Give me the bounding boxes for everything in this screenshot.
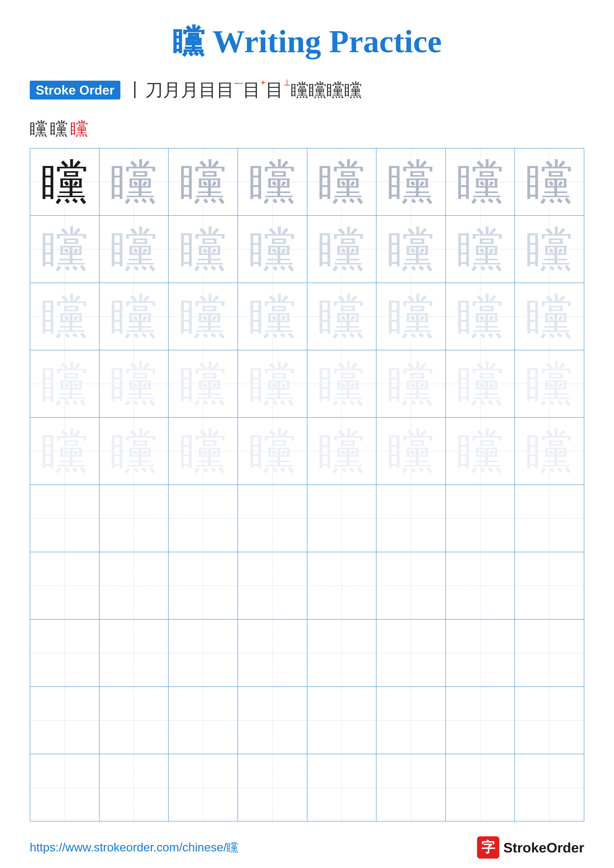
grid-cell-4-8[interactable]: 矘 xyxy=(515,350,584,417)
grid-cell-9-8[interactable] xyxy=(515,687,584,754)
stroke-order-section: Stroke Order 丨 刀 月 月 目 目— 目+ 目⊥ 矘 矘 矘 矘 xyxy=(30,78,584,102)
grid-cell-10-1[interactable] xyxy=(30,754,99,821)
so-char-2: 刀 xyxy=(145,78,163,102)
grid-cell-3-1[interactable]: 矘 xyxy=(30,283,99,350)
grid-cell-4-4[interactable]: 矘 xyxy=(238,350,307,417)
grid-cell-6-2[interactable] xyxy=(99,485,169,552)
grid-cell-6-5[interactable] xyxy=(307,485,377,552)
grid-cell-9-7[interactable] xyxy=(446,687,515,754)
grid-cell-6-1[interactable] xyxy=(30,485,99,552)
grid-cell-7-6[interactable] xyxy=(376,552,446,619)
grid-cell-3-2[interactable]: 矘 xyxy=(99,283,169,350)
grid-cell-10-8[interactable] xyxy=(515,754,584,821)
grid-cell-8-6[interactable] xyxy=(376,620,446,687)
grid-cell-9-5[interactable] xyxy=(307,687,377,754)
grid-cell-4-1[interactable]: 矘 xyxy=(30,350,99,417)
grid-cell-2-4[interactable]: 矘 xyxy=(238,216,307,282)
so-item-11: 矘 xyxy=(326,78,344,102)
grid-cell-8-5[interactable] xyxy=(307,620,377,687)
char-3-8: 矘 xyxy=(526,293,573,340)
grid-cell-7-8[interactable] xyxy=(515,552,584,619)
grid-cell-6-4[interactable] xyxy=(238,485,307,552)
grid-cell-1-3[interactable]: 矘 xyxy=(169,149,238,215)
grid-cell-7-1[interactable] xyxy=(30,552,99,619)
grid-cell-3-7[interactable]: 矘 xyxy=(446,283,515,350)
grid-cell-3-5[interactable]: 矘 xyxy=(307,283,377,350)
char-2-7: 矘 xyxy=(457,226,504,273)
grid-cell-10-2[interactable] xyxy=(99,754,169,821)
grid-cell-9-2[interactable] xyxy=(99,687,169,754)
grid-row-5: 矘 矘 矘 矘 矘 矘 矘 矘 xyxy=(30,418,584,485)
so-char-3: 月 xyxy=(163,78,181,102)
grid-cell-1-5[interactable]: 矘 xyxy=(307,149,377,215)
grid-row-4: 矘 矘 矘 矘 矘 矘 矘 矘 xyxy=(30,350,584,418)
grid-cell-7-2[interactable] xyxy=(99,552,169,619)
grid-cell-10-6[interactable] xyxy=(376,754,446,821)
grid-cell-5-5[interactable]: 矘 xyxy=(307,418,377,485)
grid-cell-6-6[interactable] xyxy=(376,485,446,552)
char-2-4: 矘 xyxy=(249,226,296,273)
char-2-5: 矘 xyxy=(318,226,365,273)
grid-cell-1-8[interactable]: 矘 xyxy=(515,149,584,215)
grid-cell-8-1[interactable] xyxy=(30,620,99,687)
grid-row-6 xyxy=(30,485,584,552)
grid-cell-1-7[interactable]: 矘 xyxy=(446,149,515,215)
char-3-3: 矘 xyxy=(180,293,227,340)
grid-cell-2-2[interactable]: 矘 xyxy=(99,216,169,282)
grid-cell-4-2[interactable]: 矘 xyxy=(99,350,169,417)
char-5-7: 矘 xyxy=(457,428,504,474)
grid-cell-1-1[interactable]: 矘 xyxy=(30,149,99,215)
char-4-3: 矘 xyxy=(180,360,227,407)
grid-cell-8-3[interactable] xyxy=(169,620,238,687)
char-4-7: 矘 xyxy=(457,360,504,407)
char-4-8: 矘 xyxy=(526,360,573,407)
grid-cell-3-8[interactable]: 矘 xyxy=(515,283,584,350)
grid-cell-10-5[interactable] xyxy=(307,754,377,821)
grid-cell-2-8[interactable]: 矘 xyxy=(515,216,584,282)
grid-cell-7-4[interactable] xyxy=(238,552,307,619)
grid-cell-4-3[interactable]: 矘 xyxy=(169,350,238,417)
grid-cell-2-5[interactable]: 矘 xyxy=(307,216,377,282)
grid-cell-3-4[interactable]: 矘 xyxy=(238,283,307,350)
grid-cell-5-6[interactable]: 矘 xyxy=(376,418,446,485)
grid-cell-6-3[interactable] xyxy=(169,485,238,552)
grid-cell-2-6[interactable]: 矘 xyxy=(376,216,446,282)
grid-cell-1-6[interactable]: 矘 xyxy=(376,149,446,215)
grid-cell-2-7[interactable]: 矘 xyxy=(446,216,515,282)
footer-url[interactable]: https://www.strokeorder.com/chinese/矘 xyxy=(30,840,238,856)
grid-cell-9-4[interactable] xyxy=(238,687,307,754)
grid-cell-5-8[interactable]: 矘 xyxy=(515,418,584,485)
grid-cell-8-7[interactable] xyxy=(446,620,515,687)
grid-cell-1-4[interactable]: 矘 xyxy=(238,149,307,215)
grid-cell-5-7[interactable]: 矘 xyxy=(446,418,515,485)
grid-cell-7-5[interactable] xyxy=(307,552,377,619)
so-item-12: 矘 xyxy=(344,78,362,102)
grid-cell-10-4[interactable] xyxy=(238,754,307,821)
grid-cell-6-8[interactable] xyxy=(515,485,584,552)
grid-cell-5-2[interactable]: 矘 xyxy=(99,418,169,485)
grid-cell-2-1[interactable]: 矘 xyxy=(30,216,99,282)
grid-cell-10-3[interactable] xyxy=(169,754,238,821)
grid-cell-9-3[interactable] xyxy=(169,687,238,754)
grid-cell-9-1[interactable] xyxy=(30,687,99,754)
grid-cell-8-2[interactable] xyxy=(99,620,169,687)
grid-cell-7-3[interactable] xyxy=(169,552,238,619)
grid-cell-5-4[interactable]: 矘 xyxy=(238,418,307,485)
grid-cell-9-6[interactable] xyxy=(376,687,446,754)
grid-cell-4-5[interactable]: 矘 xyxy=(307,350,377,417)
grid-cell-10-7[interactable] xyxy=(446,754,515,821)
grid-cell-6-7[interactable] xyxy=(446,485,515,552)
grid-cell-7-7[interactable] xyxy=(446,552,515,619)
grid-cell-5-1[interactable]: 矘 xyxy=(30,418,99,485)
grid-cell-3-3[interactable]: 矘 xyxy=(169,283,238,350)
so-item-10: 矘 xyxy=(309,78,326,102)
grid-cell-1-2[interactable]: 矘 xyxy=(99,149,169,215)
grid-cell-2-3[interactable]: 矘 xyxy=(169,216,238,282)
grid-cell-5-3[interactable]: 矘 xyxy=(169,418,238,485)
grid-cell-4-6[interactable]: 矘 xyxy=(376,350,446,417)
grid-cell-8-8[interactable] xyxy=(515,620,584,687)
grid-cell-8-4[interactable] xyxy=(238,620,307,687)
grid-cell-4-7[interactable]: 矘 xyxy=(446,350,515,417)
grid-cell-3-6[interactable]: 矘 xyxy=(376,283,446,350)
grid-row-7 xyxy=(30,552,584,620)
